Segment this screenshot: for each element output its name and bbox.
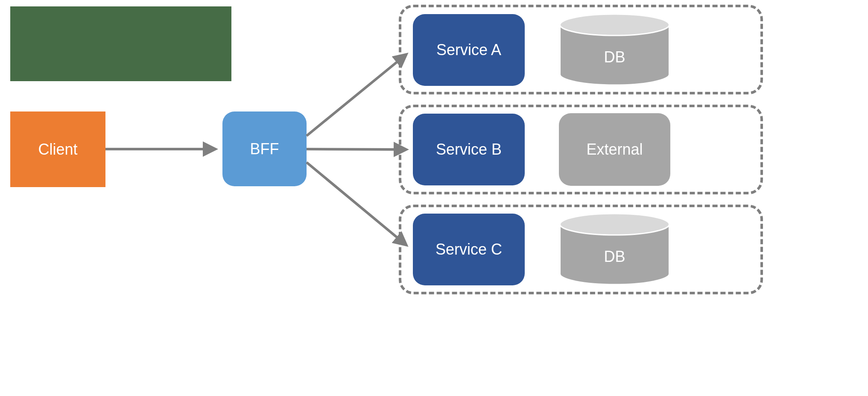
service-b-label: Service B [436, 141, 502, 158]
service-a-node: Service A [413, 14, 525, 86]
db-a-label: DB [604, 48, 625, 66]
client-node: Client [10, 111, 105, 187]
service-a-label: Service A [436, 41, 501, 59]
arrow-bff-service-c [307, 162, 406, 245]
service-c-label: Service C [435, 241, 502, 258]
client-label: Client [38, 141, 77, 158]
db-c-label: DB [604, 248, 625, 265]
svg-point-3 [560, 214, 669, 235]
arrow-bff-service-b [307, 149, 406, 150]
db-a-node: DB [559, 13, 670, 86]
external-label: External [586, 141, 643, 158]
service-b-node: Service B [413, 114, 525, 185]
svg-point-1 [560, 14, 669, 35]
bff-node: BFF [222, 111, 307, 186]
external-node: External [559, 113, 670, 186]
bff-label: BFF [250, 140, 279, 158]
service-c-node: Service C [413, 214, 525, 285]
arrow-bff-service-a [307, 54, 406, 136]
db-c-node: DB [559, 213, 670, 285]
green-block [10, 6, 231, 81]
